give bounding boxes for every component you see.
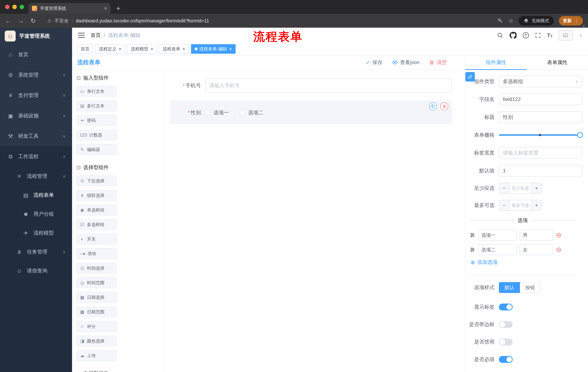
avatar-caret-icon[interactable]: ∨ <box>579 33 582 37</box>
slider-track[interactable] <box>499 134 582 136</box>
reload-button[interactable]: ↻ <box>30 17 36 24</box>
max-select-stepper[interactable]: − 最多可选 + <box>499 200 542 211</box>
checkbox-icon[interactable] <box>205 110 211 115</box>
tag[interactable]: 首页 <box>77 44 93 54</box>
close-icon[interactable]: × <box>182 47 185 51</box>
font-size-icon[interactable]: TT <box>547 32 553 38</box>
browser-tab[interactable]: 芋道管理系统 × <box>28 3 111 14</box>
link-icon[interactable] <box>465 72 475 82</box>
palette-component[interactable]: ▭ 单行文本 <box>76 86 117 97</box>
palette-component[interactable]: ◨ 颜色选择 <box>76 336 117 347</box>
help-icon[interactable]: ? <box>523 32 529 38</box>
palette-component[interactable]: ⊙ 下拉选择 <box>76 175 117 186</box>
remove-option-icon[interactable]: ⊖ <box>556 246 561 253</box>
sidebar-item[interactable]: ⧉ 工作流程 ∧ <box>0 146 72 167</box>
grid-slider[interactable] <box>499 129 582 141</box>
window-close-button[interactable] <box>5 5 10 9</box>
component-type-select[interactable]: 多选框组 ∨ <box>499 76 582 87</box>
tab-form-props[interactable]: 表单属性 <box>527 55 588 70</box>
checkbox-option[interactable]: 选项二 <box>240 109 263 116</box>
plus-icon[interactable]: + <box>531 183 541 193</box>
fullscreen-icon[interactable] <box>535 32 541 38</box>
github-icon[interactable] <box>510 32 516 39</box>
back-button[interactable]: ← <box>5 17 12 24</box>
delete-component-button[interactable] <box>440 102 448 110</box>
checkbox-option[interactable]: 选项一 <box>205 109 229 116</box>
sidebar-item[interactable]: ☺ 请假查询 <box>0 261 72 280</box>
toggle-switch[interactable] <box>499 304 513 310</box>
palette-component[interactable]: ▤ 多行文本 <box>76 100 117 111</box>
sidebar-item[interactable]: ▤ 流程表单 <box>0 186 72 205</box>
sidebar-item[interactable]: ⚙ 系统管理 ∨ <box>0 65 72 85</box>
sidebar-item[interactable]: ⌂ 首页 <box>0 44 72 65</box>
min-select-input[interactable]: 至少应选 <box>509 183 531 193</box>
hamburger-icon[interactable] <box>78 33 85 38</box>
close-icon[interactable]: × <box>119 47 121 51</box>
kebab-menu-icon[interactable]: ⋮ <box>574 18 579 24</box>
palette-component[interactable]: ✎ 编辑器 <box>76 144 117 155</box>
palette-component[interactable]: ▦ 日期选择 <box>76 292 117 303</box>
option-label-input[interactable]: 选项一 <box>478 230 517 241</box>
palette-component[interactable]: ⋔ 级联选择 <box>76 190 117 201</box>
search-icon[interactable] <box>497 32 504 39</box>
tag[interactable]: 流程定义 × <box>95 44 125 54</box>
breadcrumb-home[interactable]: 首页 <box>91 32 101 39</box>
minus-icon[interactable]: − <box>499 200 509 210</box>
avatar[interactable] <box>559 30 573 40</box>
sidebar-item[interactable]: ⋔ 任务管理 ∨ <box>0 242 72 261</box>
close-icon[interactable]: × <box>150 47 153 51</box>
sidebar-item[interactable]: ¥ 支付管理 ∨ <box>0 85 72 106</box>
toggle-switch[interactable] <box>499 339 513 345</box>
palette-component[interactable]: ◉ 单选框组 <box>76 205 117 215</box>
option-label-input[interactable]: 选项二 <box>478 244 517 255</box>
tag[interactable]: 流程表单-编辑 × <box>191 44 236 54</box>
style-button-button[interactable]: 按钮 <box>520 282 541 293</box>
palette-component[interactable]: ☑ 多选框组 <box>76 219 117 230</box>
new-tab-button[interactable]: + <box>114 4 123 13</box>
toggle-switch[interactable] <box>499 321 513 328</box>
phone-field[interactable]: *手机号 请输入手机号 <box>170 79 452 93</box>
view-json-button[interactable]: 查看json <box>392 59 420 66</box>
palette-component[interactable]: ◐ 开关 <box>76 234 117 244</box>
palette-component[interactable]: ─● 滑块 <box>76 248 117 259</box>
slider-handle[interactable] <box>577 132 583 138</box>
sidebar-item[interactable]: ≡ 流程管理 ∧ <box>0 167 72 186</box>
sidebar-item[interactable]: ⚒ 研发工具 ∨ <box>0 126 72 146</box>
field-name-input[interactable]: field122 <box>499 94 582 105</box>
sidebar-item[interactable]: ✈ 流程模型 <box>0 223 72 242</box>
min-select-stepper[interactable]: − 至少应选 + <box>499 183 542 194</box>
bookmark-star-icon[interactable]: ☆ <box>508 18 514 24</box>
update-button[interactable]: 更新 ⋮ <box>559 16 583 25</box>
save-button[interactable]: ✓ 保存 <box>366 59 382 66</box>
plus-icon[interactable]: + <box>531 200 541 210</box>
key-icon[interactable] <box>497 18 503 24</box>
label-width-input[interactable]: 请输入标签宽度 <box>499 147 582 159</box>
palette-component[interactable]: ☁ 上传 <box>76 350 117 361</box>
palette-component[interactable]: •• 密码 <box>76 115 117 126</box>
drag-handle-icon[interactable] <box>470 233 475 238</box>
option-value-input[interactable]: 女 <box>520 244 553 255</box>
checkbox-icon[interactable] <box>240 110 245 115</box>
add-option-button[interactable]: ⊕ 添加选项 <box>471 259 582 266</box>
window-minimize-button[interactable] <box>12 5 17 9</box>
palette-component[interactable]: ◷ 时间选择 <box>76 263 117 274</box>
toggle-switch[interactable] <box>499 356 513 363</box>
tag[interactable]: 流程表单 × <box>159 44 189 54</box>
selected-component-gender[interactable]: *性别 选项一 选项二 <box>170 100 452 124</box>
close-icon[interactable]: × <box>229 47 232 51</box>
clear-button[interactable]: 清空 <box>429 59 447 66</box>
title-input[interactable]: 性别 <box>499 111 582 123</box>
forward-button[interactable]: → <box>18 17 24 24</box>
tab-component-props[interactable]: 组件属性 <box>465 55 527 70</box>
address-bar[interactable]: ⚠ 不安全 | dashboard.yudao.iocoder.cn/bpm/m… <box>47 18 491 24</box>
option-value-input[interactable]: 男 <box>520 230 553 241</box>
style-default-button[interactable]: 默认 <box>499 282 520 293</box>
palette-component[interactable]: 123 计数器 <box>76 130 117 140</box>
toolbar-chevron-icon[interactable]: ∨ <box>582 24 585 28</box>
remove-option-icon[interactable]: ⊖ <box>556 232 561 238</box>
tag[interactable]: 流程模型 × <box>127 44 157 54</box>
minus-icon[interactable]: − <box>499 183 509 193</box>
palette-component[interactable]: ▩ 日期范围 <box>76 307 117 317</box>
palette-component[interactable]: ◶ 时间范围 <box>76 277 117 288</box>
palette-component[interactable]: ☆ 评分 <box>76 321 117 332</box>
